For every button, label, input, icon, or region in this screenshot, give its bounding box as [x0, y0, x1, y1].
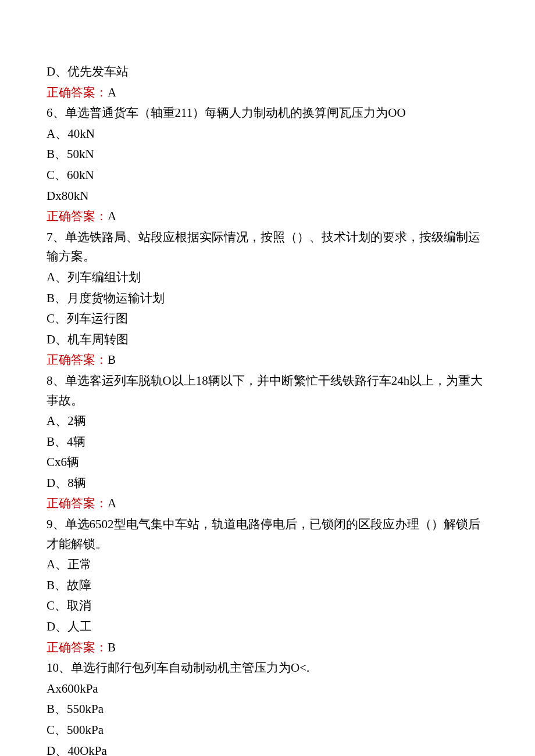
option-text: Dx80kN [47, 187, 488, 206]
answer-line: 正确答案：A [47, 83, 488, 103]
question-stem: 7、单选铁路局、站段应根据实际情况，按照（）、技术计划的要求，按级编制运输方案。 [47, 228, 488, 267]
answer-label: 正确答案： [47, 640, 108, 654]
option-text: Cx6辆 [47, 453, 488, 472]
option-text: C、500kPa [47, 721, 488, 740]
question-stem: 6、单选普通货车（轴重211）每辆人力制动机的换算闸瓦压力为OO [47, 103, 488, 123]
question-stem: 9、单选6502型电气集中车站，轨道电路停电后，已锁闭的区段应办理（）解锁后才能… [47, 515, 488, 554]
answer-value: A [108, 496, 116, 510]
option-text: A、2辆 [47, 411, 488, 431]
option-text: C、60kN [47, 166, 488, 185]
option-text: D、40OkPa [47, 741, 488, 756]
option-text: A、40kN [47, 124, 488, 144]
document-page: D、优先发车站 正确答案：A 6、单选普通货车（轴重211）每辆人力制动机的换算… [0, 0, 535, 756]
option-text: D、机车周转图 [47, 330, 488, 350]
option-text: Ax600kPa [47, 679, 488, 699]
answer-value: A [108, 85, 116, 99]
option-text: B、4辆 [47, 432, 488, 452]
option-text: D、人工 [47, 617, 488, 637]
answer-value: A [108, 209, 116, 223]
question-stem: 8、单选客运列车脱轨O以上18辆以下，并中断繁忙干线铁路行车24h以上，为重大事… [47, 371, 488, 410]
answer-line: 正确答案：A [47, 494, 488, 514]
option-text: A、正常 [47, 555, 488, 575]
answer-label: 正确答案： [47, 496, 108, 510]
answer-line: 正确答案：B [47, 350, 488, 370]
answer-label: 正确答案： [47, 353, 108, 367]
option-text: B、月度货物运输计划 [47, 289, 488, 309]
option-text: B、50kN [47, 145, 488, 164]
option-text: A、列车编组计划 [47, 268, 488, 288]
option-text: D、8辆 [47, 474, 488, 493]
option-text: B、550kPa [47, 700, 488, 719]
answer-label: 正确答案： [47, 85, 108, 99]
option-text: C、取消 [47, 596, 488, 616]
answer-line: 正确答案：A [47, 207, 488, 227]
answer-label: 正确答案： [47, 209, 108, 223]
answer-value: B [108, 640, 116, 654]
answer-value: B [108, 353, 116, 367]
answer-line: 正确答案：B [47, 638, 488, 658]
option-text: B、故障 [47, 576, 488, 596]
option-text: D、优先发车站 [47, 62, 488, 82]
option-text: C、列车运行图 [47, 309, 488, 329]
question-stem: 10、单选行邮行包列车自动制动机主管压力为O<. [47, 658, 488, 678]
